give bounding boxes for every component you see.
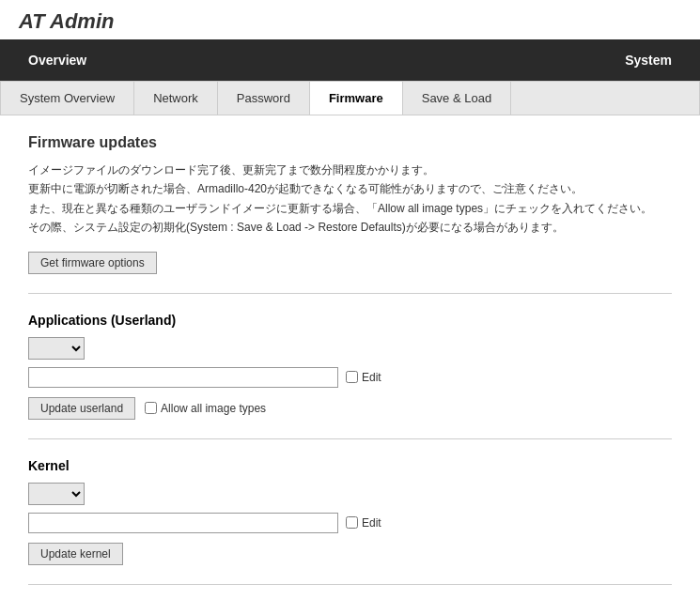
divider-3 [28,584,672,585]
applications-action-row: Update userland Allow all image types [28,397,672,420]
nav-overview[interactable]: Overview [0,39,115,81]
kernel-section: Kernel Edit Update kernel [28,458,672,565]
applications-title: Applications (Userland) [28,313,672,328]
kernel-dropdown[interactable] [28,483,85,505]
desc-line4: その際、システム設定の初期化(System : Save & Load -> R… [28,221,564,234]
divider-2 [28,438,672,439]
update-userland-btn[interactable]: Update userland [28,397,135,420]
nav-bar: Overview System [0,39,700,81]
kernel-edit-label: Edit [346,516,381,530]
allow-all-checkbox[interactable] [145,402,157,414]
get-firmware-btn[interactable]: Get firmware options [28,252,157,274]
kernel-input-row: Edit [28,513,672,533]
applications-input-row: Edit [28,367,672,388]
applications-edit-label: Edit [346,371,381,384]
applications-edit-checkbox[interactable] [346,371,358,383]
kernel-edit-checkbox[interactable] [346,516,358,529]
desc-line1: イメージファイルのダウンロード完了後、更新完了まで数分間程度かかります。 [28,163,434,177]
app-title: AT Admin [19,9,681,34]
desc-line3: また、現在と異なる種類のユーザランドイメージに更新する場合、「Allow all… [28,202,652,215]
desc-line2: 更新中に電源が切断された場合、Armadillo-420が起動できなくなる可能性… [28,182,583,195]
tab-bar: System Overview Network Password Firmwar… [0,81,700,115]
main-content: Firmware updates イメージファイルのダウンロード完了後、更新完了… [0,115,700,599]
kernel-title: Kernel [28,458,672,473]
firmware-section-title: Firmware updates [28,134,672,151]
kernel-dropdown-wrapper [28,483,672,505]
applications-dropdown-wrapper [28,337,672,360]
tab-network[interactable]: Network [134,82,218,115]
firmware-description: イメージファイルのダウンロード完了後、更新完了まで数分間程度かかります。 更新中… [28,161,672,238]
allow-all-label: Allow all image types [145,402,266,415]
divider-1 [28,293,672,294]
tab-system-overview[interactable]: System Overview [1,82,134,115]
tab-firmware[interactable]: Firmware [310,82,403,115]
applications-url-input[interactable] [28,367,338,388]
kernel-url-input[interactable] [28,513,338,533]
header: AT Admin [0,0,700,39]
applications-section: Applications (Userland) Edit Update user… [28,313,672,420]
nav-system[interactable]: System [597,39,700,81]
update-kernel-btn[interactable]: Update kernel [28,543,123,565]
tab-save-load[interactable]: Save & Load [403,82,511,115]
kernel-action-row: Update kernel [28,543,672,565]
tab-password[interactable]: Password [218,82,310,115]
applications-dropdown[interactable] [28,337,85,360]
